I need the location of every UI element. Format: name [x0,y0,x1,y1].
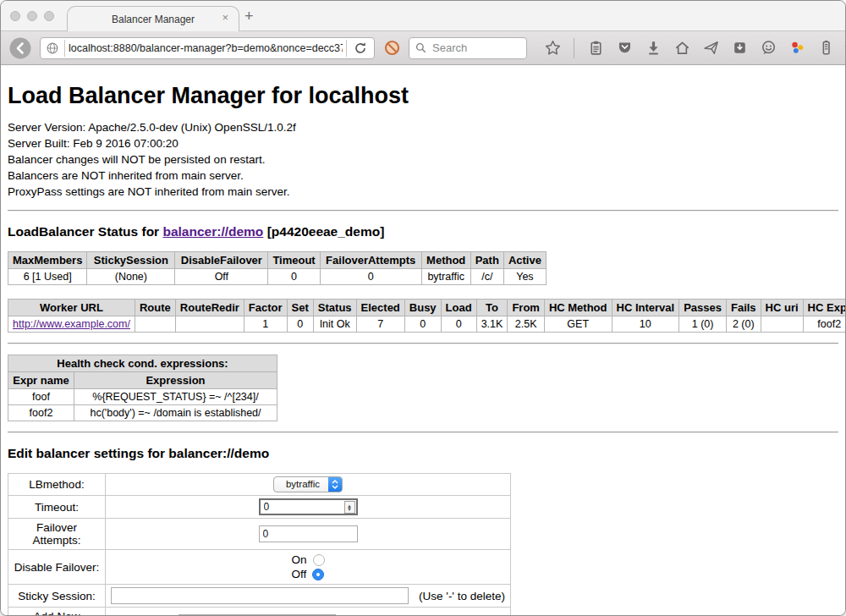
zoom-button[interactable] [44,11,54,21]
downloads-button[interactable] [643,38,663,58]
timeout-label: Timeout: [8,496,106,519]
edit-settings-form: LBmethod: bytraffic Timeout: [8,473,511,615]
toolbar-divider [574,38,574,58]
urlbar-divider [346,40,347,57]
colorway-dots-icon [788,39,806,57]
table-row: foof2 hc('body') =~ /domain is establish… [8,405,277,421]
feedback-button[interactable] [758,38,778,58]
table-row: foof %{REQUEST_STATUS} =~ /^[234]/ [8,389,277,405]
timeout-input[interactable] [259,498,358,515]
window-controls [10,11,54,21]
balancer-status-table: MaxMembers StickySession DisableFailover… [8,251,547,285]
pocket-button[interactable] [614,38,634,58]
add-worker-label: Add New Worker: [8,608,106,616]
radio-off-label: Off [292,568,307,580]
feedback-smiley-icon [760,39,777,57]
lbmethod-select[interactable]: bytraffic [273,476,343,492]
health-check-table: Health check cond. expressions: Expr nam… [8,355,277,421]
star-icon [544,39,562,57]
add-worker-input[interactable] [179,614,336,615]
table-header-row: MaxMembers StickySession DisableFailover… [8,252,547,269]
toolbar-icons [542,38,846,58]
urlbar-divider [64,40,65,57]
table-row: 6 [1 Used] (None) Off 0 0 bytraffic /c/ … [8,269,547,285]
page-content: Load Balancer Manager for localhost Serv… [1,65,845,615]
save-page-button[interactable] [729,38,750,58]
url-bar[interactable]: localhost:8880/balancer-manager?b=demo&n… [40,37,375,59]
tab-balancer-manager[interactable]: Balancer Manager × [67,6,239,31]
back-button[interactable] [8,36,33,61]
balancer-demo-link[interactable]: balancer://demo [162,224,263,239]
battery-icon [817,39,835,57]
url-text[interactable]: localhost:8880/balancer-manager?b=demo&n… [69,42,343,54]
download-icon [645,39,662,57]
number-spinner-icon[interactable]: ▲▼ [344,501,355,514]
disable-failover-on-radio[interactable] [313,554,325,566]
search-icon [415,41,427,54]
table-header-row: Expr name Expression [8,372,277,389]
new-tab-button[interactable]: + [244,8,254,24]
content-block-icon [383,39,401,57]
page-title: Load Balancer Manager for localhost [8,83,838,109]
site-identity-button[interactable] [44,40,61,57]
divider [8,343,838,344]
divider [8,432,838,433]
search-bar[interactable] [409,37,527,59]
clipboard-icon [587,39,605,57]
search-input[interactable] [431,41,521,55]
globe-icon [45,41,60,56]
disable-failover-row: Disable Failover: On Off [8,550,511,585]
worker-url-link[interactable]: http://www.example.com/ [13,318,130,330]
add-worker-row: Add New Worker: Are you sure? [8,608,511,616]
home-button[interactable] [672,38,692,58]
edit-settings-heading: Edit balancer settings for balancer://de… [8,446,838,461]
sticky-session-hint: (Use '-' to delete) [419,590,505,602]
lbmethod-row: LBmethod: bytraffic [8,474,511,496]
note-persist: Balancer changes will NOT be persisted o… [8,151,838,168]
worker-status-table: Worker URL Route RouteRedir Factor Set S… [8,299,845,333]
titlebar: Balancer Manager × + [1,1,845,31]
send-plane-icon [702,39,720,57]
pocket-icon [616,39,634,57]
reload-icon [353,41,368,56]
failover-attempts-label: Failover Attempts: [8,519,106,550]
timeout-row: Timeout: ▲▼ [8,496,511,519]
colorway-extension-button[interactable] [787,38,807,58]
server-version: Server Version: Apache/2.5.0-dev (Unix) … [8,119,838,135]
bookmark-star-button[interactable] [542,38,563,58]
navigation-toolbar: localhost:8880/balancer-manager?b=demo&n… [1,31,845,65]
chevron-updown-icon [328,477,342,492]
note-inherit-proxypass: ProxyPass settings are NOT inherited fro… [8,184,838,200]
battery-extension-button[interactable] [816,38,836,58]
reload-button[interactable] [350,38,371,58]
back-icon [8,36,33,61]
send-tab-button[interactable] [700,38,721,58]
sticky-session-row: Sticky Session: (Use '-' to delete) [8,585,511,608]
close-button[interactable] [10,11,20,21]
sticky-session-input[interactable] [111,587,409,604]
note-inherit-balancers: Balancers are NOT inherited from main se… [8,168,838,184]
home-icon [673,39,691,57]
browser-window: Balancer Manager × + localhost:8880/bala… [0,0,846,616]
save-box-icon [731,39,749,57]
content-block-button[interactable] [382,38,402,58]
table-title-row: Health check cond. expressions: [8,355,277,372]
disable-failover-off-radio[interactable] [312,569,324,580]
lbmethod-label: LBmethod: [8,474,106,496]
tab-title: Balancer Manager [112,14,195,25]
reading-list-button[interactable] [585,38,606,58]
failover-attempts-input[interactable] [259,525,358,542]
table-row: http://www.example.com/ 1 0 Init Ok 7 0 … [8,316,846,333]
divider [8,210,838,212]
minimize-button[interactable] [27,11,37,21]
table-header-row: Worker URL Route RouteRedir Factor Set S… [8,300,846,316]
server-built: Server Built: Feb 9 2016 07:00:20 [8,135,838,151]
tab-close-icon[interactable]: × [222,12,228,23]
sticky-session-label: Sticky Session: [8,585,106,608]
status-heading: LoadBalancer Status for balancer://demo … [8,224,838,239]
radio-on-label: On [291,553,306,566]
disable-failover-label: Disable Failover: [8,550,106,585]
failover-attempts-row: Failover Attempts: [8,519,511,550]
